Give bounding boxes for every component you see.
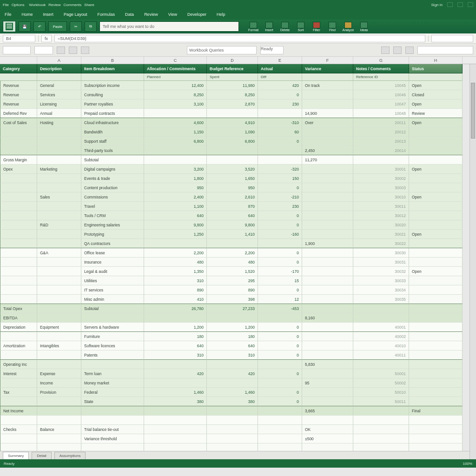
cell[interactable] <box>0 416 37 425</box>
cell[interactable] <box>302 174 353 183</box>
cell[interactable] <box>37 406 81 416</box>
cell[interactable] <box>409 239 463 248</box>
sign-in[interactable]: Sign in <box>431 3 443 7</box>
cell[interactable] <box>409 369 463 378</box>
cell[interactable] <box>409 155 463 165</box>
cell[interactable]: 310 <box>144 276 207 285</box>
cell[interactable]: 9,800 <box>207 220 258 230</box>
cell[interactable] <box>37 146 81 155</box>
cell[interactable] <box>144 425 207 434</box>
cell[interactable] <box>258 313 302 323</box>
cell-style-dropdown[interactable] <box>431 35 473 42</box>
cell[interactable]: 30003 <box>353 183 409 192</box>
cell[interactable]: 398 <box>207 295 258 304</box>
table-header[interactable]: Budget Reference <box>207 64 258 73</box>
cell[interactable]: 890 <box>207 285 258 295</box>
cell[interactable]: 20013 <box>353 137 409 146</box>
cell[interactable] <box>302 258 353 267</box>
cell[interactable]: Open <box>409 267 463 276</box>
cell[interactable] <box>0 183 37 192</box>
cell[interactable]: Interest <box>0 369 37 378</box>
cell[interactable]: -160 <box>258 230 302 239</box>
cell[interactable]: 2,450 <box>302 146 353 155</box>
cell[interactable]: -310 <box>258 118 302 127</box>
cell[interactable]: Open <box>409 118 463 127</box>
cell[interactable]: -320 <box>258 165 302 174</box>
cell[interactable]: 30031 <box>353 258 409 267</box>
cell[interactable]: 8,160 <box>302 313 353 323</box>
cell[interactable] <box>302 183 353 192</box>
insert-icon[interactable]: Insert <box>262 21 276 32</box>
scrollbar-thumb[interactable] <box>471 83 475 139</box>
cell[interactable]: QA contractors <box>81 239 144 248</box>
cell[interactable]: 480 <box>144 258 207 267</box>
menu-help[interactable]: Help <box>215 11 227 18</box>
cell[interactable]: 2,870 <box>207 99 258 109</box>
cell[interactable]: Engineering salaries <box>81 220 144 230</box>
cell[interactable]: G&A <box>37 248 81 258</box>
cell[interactable] <box>37 295 81 304</box>
cell[interactable]: 2,610 <box>207 192 258 202</box>
cell[interactable]: 950 <box>207 183 258 192</box>
table-header[interactable]: Actual <box>258 64 302 73</box>
cell[interactable] <box>302 220 353 230</box>
cell[interactable] <box>409 276 463 285</box>
paste-button[interactable]: Paste <box>48 21 67 32</box>
cell[interactable]: 380 <box>207 397 258 406</box>
cell[interactable]: OK <box>302 425 353 434</box>
cell[interactable]: Events & trade <box>81 174 144 183</box>
cell[interactable] <box>81 406 144 416</box>
cell[interactable]: -210 <box>258 192 302 202</box>
cell[interactable] <box>144 434 207 443</box>
cell[interactable]: 40001 <box>353 323 409 332</box>
cell[interactable]: 30030 <box>353 248 409 258</box>
cell[interactable] <box>409 248 463 258</box>
col-header[interactable]: H <box>409 57 463 64</box>
border-icon[interactable] <box>81 46 89 54</box>
cell[interactable]: 5,830 <box>302 360 353 369</box>
cell[interactable] <box>0 350 37 360</box>
cell[interactable] <box>258 434 302 443</box>
cell[interactable] <box>302 192 353 202</box>
cell[interactable]: 180 <box>207 332 258 341</box>
cell[interactable]: Trial balance tie-out <box>81 425 144 434</box>
cell[interactable]: 0 <box>258 285 302 295</box>
cell[interactable] <box>409 137 463 146</box>
cell[interactable]: Third-party tools <box>81 146 144 155</box>
cell[interactable] <box>409 350 463 360</box>
cell[interactable]: Revenue <box>0 90 37 99</box>
cell[interactable]: 870 <box>207 202 258 211</box>
cell[interactable]: 30020 <box>353 220 409 230</box>
cell[interactable] <box>144 378 207 388</box>
cell[interactable]: 420 <box>207 369 258 378</box>
cell[interactable] <box>302 332 353 341</box>
cell[interactable]: Net Income <box>0 406 37 416</box>
formula-input[interactable]: =SUM(D4:D39) <box>54 35 425 42</box>
cell[interactable]: 1,200 <box>144 323 207 332</box>
cell[interactable]: 180 <box>144 332 207 341</box>
cell[interactable] <box>207 378 258 388</box>
cell[interactable] <box>302 416 353 425</box>
cell[interactable] <box>258 406 302 416</box>
cell[interactable] <box>302 323 353 332</box>
cell[interactable]: Over <box>302 118 353 127</box>
cell[interactable]: Services <box>37 90 81 99</box>
menu-layout[interactable]: Page Layout <box>62 11 89 18</box>
cell[interactable] <box>409 285 463 295</box>
cell[interactable]: 480 <box>207 258 258 267</box>
minimize-icon[interactable] <box>447 2 453 7</box>
cell[interactable]: Open <box>409 81 463 90</box>
close-icon[interactable] <box>468 2 473 7</box>
cell[interactable]: 1,090 <box>207 127 258 137</box>
font-box[interactable] <box>3 46 31 54</box>
cell[interactable] <box>302 90 353 99</box>
cell[interactable] <box>409 258 463 267</box>
cell[interactable]: 1,460 <box>144 388 207 397</box>
cell[interactable]: 12,400 <box>144 81 207 90</box>
cell[interactable] <box>144 360 207 369</box>
cell[interactable]: Support staff <box>81 137 144 146</box>
cell[interactable] <box>258 378 302 388</box>
cell[interactable] <box>258 416 302 425</box>
cell[interactable]: Patents <box>81 350 144 360</box>
cell[interactable]: 420 <box>258 81 302 90</box>
